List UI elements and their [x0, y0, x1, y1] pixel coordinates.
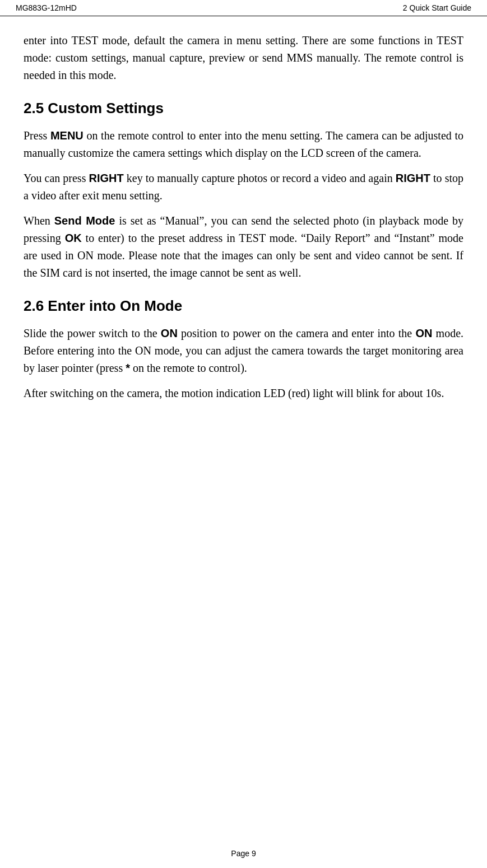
right-keyword-2: RIGHT: [396, 172, 430, 184]
header-right: 2 Quick Start Guide: [403, 3, 471, 12]
section-26-para-1: Slide the power switch to the ON positio…: [24, 325, 463, 377]
menu-keyword: MENU: [50, 129, 84, 142]
section-25-para-1: Press MENU on the remote control to ente…: [24, 127, 463, 162]
section-26-heading: 2.6 Enter into On Mode: [24, 297, 463, 315]
page-number: Page 9: [231, 849, 256, 858]
send-mode-keyword: Send Mode: [54, 214, 115, 227]
section-25-para-2: You can press RIGHT key to manually capt…: [24, 170, 463, 204]
header-left: MG883G-12mHD: [16, 3, 77, 12]
page-container: MG883G-12mHD 2 Quick Start Guide enter i…: [0, 0, 487, 868]
on-keyword-1: ON: [161, 327, 178, 339]
page-footer: Page 9: [0, 849, 487, 858]
intro-paragraph: enter into TEST mode, default the camera…: [24, 32, 463, 84]
star-keyword: *: [126, 362, 130, 374]
section-26-para-2: After switching on the camera, the motio…: [24, 385, 463, 402]
on-keyword-2: ON: [415, 327, 432, 339]
ok-keyword: OK: [65, 232, 82, 244]
page-header: MG883G-12mHD 2 Quick Start Guide: [0, 0, 487, 16]
section-25-para-3: When Send Mode is set as “Manual”, you c…: [24, 212, 463, 282]
main-content: enter into TEST mode, default the camera…: [0, 16, 487, 444]
section-25-heading: 2.5 Custom Settings: [24, 100, 463, 117]
right-keyword-1: RIGHT: [89, 172, 124, 184]
